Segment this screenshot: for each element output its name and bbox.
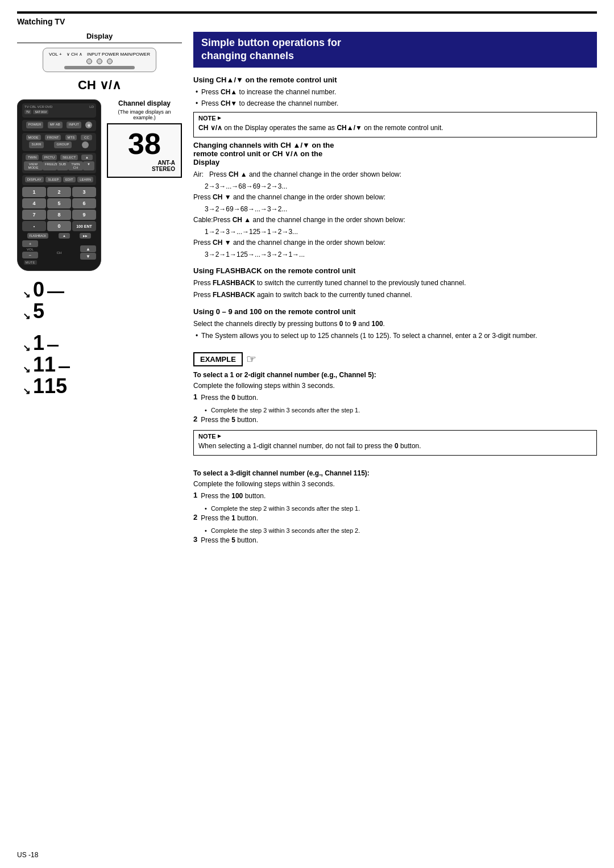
ch-arrow: ∨ CH ∧	[67, 52, 82, 57]
flashback-text-2: Press FLASHBACK again to switch back to …	[193, 290, 597, 300]
top-rule	[17, 11, 597, 14]
ch-group: ▲ ▼	[80, 245, 96, 260]
digit-bar-1	[47, 345, 59, 347]
arrow-2: ↘	[23, 311, 30, 322]
display-sleep-section: DISPLAY SLEEP EDIT LEARN	[22, 175, 96, 185]
up-btn[interactable]: ▲	[81, 155, 93, 160]
vol-group: + VOL − MUTE	[22, 240, 38, 265]
power-btn[interactable]: POWER	[26, 122, 44, 128]
btn-9[interactable]: 9	[72, 210, 96, 220]
btn-1[interactable]: 1	[22, 187, 46, 197]
tv-circle-2	[97, 59, 102, 64]
step3-row-ex2: 3 Press the 5 button.	[193, 535, 597, 547]
ch-down-remote-btn[interactable]: ▼	[80, 253, 96, 260]
note-header-1	[198, 115, 592, 122]
step1-sub-ex2: Complete the step 2 within 3 seconds aft…	[205, 505, 597, 512]
display-section: Display VOL + ∨ CH ∧ INPUT POWER MAIN/PO…	[17, 32, 182, 93]
mode-btn[interactable]: MODE	[26, 135, 41, 140]
channel-display-label: Channel display	[107, 99, 182, 107]
btn-2[interactable]: 2	[47, 187, 71, 197]
btn-100[interactable]: 100 ENT	[72, 221, 96, 231]
down-btn[interactable]: ▼	[83, 161, 94, 170]
btn-5[interactable]: 5	[47, 198, 71, 208]
step3-text-ex2: Press the 5 button.	[201, 535, 258, 545]
remote-top-row: TV CBL VCR DVD LD	[24, 105, 94, 108]
btn-0[interactable]: 0	[47, 221, 71, 231]
ch-up-remote-btn[interactable]: ▲	[80, 245, 96, 252]
mute-btn[interactable]: MUTE	[24, 260, 37, 265]
sub-btn[interactable]: SUB	[57, 161, 68, 170]
zero-hundred-body: Select the channels directly by pressing…	[193, 319, 597, 329]
digit-line-0: ↘ 0	[23, 279, 182, 300]
tv-bottom-bar	[64, 66, 135, 69]
mts-btn[interactable]: MTS	[65, 135, 77, 140]
vol-label: VOL +	[49, 52, 62, 57]
ch-up-btn[interactable]: ▲	[59, 233, 70, 239]
digit-bar-0	[47, 291, 64, 293]
front-btn[interactable]: FRONT	[45, 135, 61, 140]
digit-line-5: ↘ 5	[23, 301, 182, 322]
numpad: 1 2 3 4 5 6 7 8 9 • 0 100 ENT	[22, 187, 96, 231]
btn-dot[interactable]: •	[22, 221, 46, 231]
cc-btn[interactable]: CC	[81, 135, 92, 140]
display-btn[interactable]: DISPLAY	[25, 177, 44, 182]
step2-num-ex2: 2	[193, 513, 197, 521]
example1-intro: Complete the following steps within 3 se…	[193, 381, 597, 391]
sat-btn[interactable]: SAT 0/1V	[33, 110, 48, 114]
channel-display-note: (The image displays an example.)	[107, 109, 182, 120]
btn-6[interactable]: 6	[72, 198, 96, 208]
tv-display-box: VOL + ∨ CH ∧ INPUT POWER MAIN/POWER	[43, 48, 156, 72]
btn-4[interactable]: 4	[22, 198, 46, 208]
tv-btn[interactable]: TV	[24, 110, 31, 114]
step1-row-ex1: 1 Press the 0 button.	[193, 393, 597, 404]
step1-text-ex1: Press the 0 button.	[201, 393, 258, 403]
display-rule	[17, 43, 182, 43]
digit-115: 115	[33, 376, 67, 397]
step2-row-ex1: 2 Press the 5 button.	[193, 415, 597, 427]
remote-mode-row: TV SAT 0/1V	[24, 110, 94, 114]
sleep-btn[interactable]: SLEEP	[45, 177, 61, 182]
input-btn[interactable]: INPUT	[67, 122, 81, 128]
btn-8[interactable]: 8	[47, 210, 71, 220]
vol-plus-btn[interactable]: +	[22, 240, 38, 247]
edit-btn[interactable]: EDIT	[63, 177, 76, 182]
flashback-btn[interactable]: FLASHBACK	[27, 233, 49, 239]
zero-hundred-bullet: The System allows you to select up to 12…	[201, 331, 597, 341]
twin-btn[interactable]: TWIN	[26, 155, 39, 160]
ant-a: ANT-A	[157, 160, 175, 166]
step2-sub-ex2: Complete the step 3 within 3 seconds aft…	[205, 527, 597, 534]
power-circle: ⏻	[85, 122, 92, 128]
freeze-btn[interactable]: FREEZE	[43, 161, 57, 170]
flashback-text-1: Press FLASHBACK to switch the currently …	[193, 278, 597, 288]
cable-up-text: Cable:Press CH ▲ and the channel change …	[193, 215, 597, 225]
xxx-btn[interactable]: ▶▶	[80, 233, 91, 239]
ld-label: LD	[89, 105, 94, 108]
mf-ab-btn[interactable]: MF AB	[48, 122, 63, 128]
group-btn[interactable]: GROUP	[54, 141, 71, 148]
display-sleep-row: DISPLAY SLEEP EDIT LEARN	[24, 177, 94, 182]
vol-ch-section: + VOL − MUTE CH ▲ ▼	[22, 240, 96, 265]
btn-3[interactable]: 3	[72, 187, 96, 197]
zero-hundred-title: Using 0 – 9 and 100 on the remote contro…	[193, 307, 597, 316]
air-down-intro: Press CH ▼ and the channel change in the…	[193, 192, 597, 202]
learn-btn[interactable]: LEARN	[77, 177, 93, 182]
btn-7[interactable]: 7	[22, 210, 46, 220]
digit-line-1: ↘ 1	[23, 333, 182, 353]
surr-btn[interactable]: SURR	[29, 141, 43, 148]
note-header-2	[198, 433, 592, 440]
section-label: Watching TV	[17, 17, 597, 26]
ant-label: ANT-A STEREO	[114, 160, 175, 172]
flashback-row: FLASHBACK ▲ ▶▶	[22, 233, 96, 239]
digit-5: 5	[33, 301, 44, 322]
view-btn[interactable]: VIEW MODE	[24, 161, 43, 170]
step1-num-ex1: 1	[193, 393, 197, 401]
twin-ch-btn[interactable]: TWIN CH	[68, 161, 83, 170]
digit-1: 1	[33, 333, 44, 353]
step2-num-ex1: 2	[193, 415, 197, 423]
vol-minus-btn[interactable]: −	[22, 252, 38, 258]
flashback-title: Using FLASHBACK on the remote control un…	[193, 266, 597, 275]
twin-section: TWIN PICTU SELECT ▲ VIEW MODE FREEZE SUB…	[22, 153, 96, 173]
two-column-layout: Display VOL + ∨ CH ∧ INPUT POWER MAIN/PO…	[17, 32, 597, 549]
picture-btn[interactable]: PICTU	[42, 155, 57, 160]
select-btn[interactable]: SELECT	[60, 155, 78, 160]
